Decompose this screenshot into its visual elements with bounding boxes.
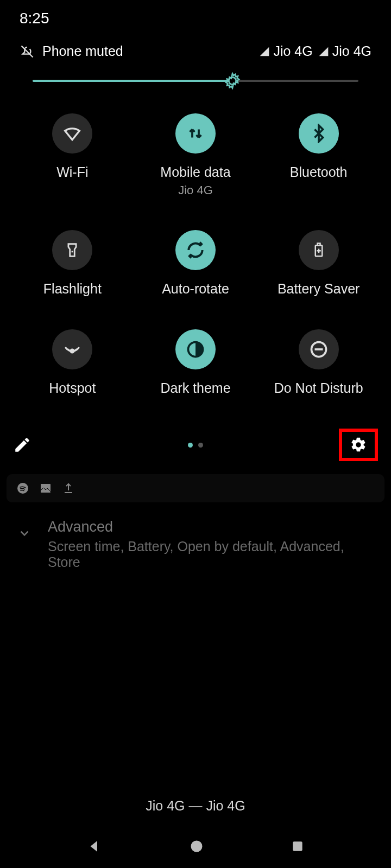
settings-button[interactable] <box>339 429 378 461</box>
nav-back[interactable] <box>86 838 103 854</box>
navigation-bar <box>0 825 391 868</box>
mobile-data-icon <box>175 113 216 154</box>
page-dot-1 <box>188 443 193 448</box>
brightness-slider[interactable] <box>0 65 391 97</box>
tile-bluetooth[interactable]: Bluetooth <box>257 113 380 197</box>
dark-theme-icon <box>175 329 216 369</box>
tile-battery-saver[interactable]: Battery Saver <box>257 230 380 297</box>
qs-header: Phone muted Jio 4G Jio 4G <box>0 27 391 65</box>
spotify-icon <box>16 482 29 495</box>
page-indicator <box>188 443 203 448</box>
qs-footer <box>0 401 391 472</box>
upload-icon <box>62 482 75 495</box>
header-right: Jio 4G Jio 4G <box>259 43 371 59</box>
tile-do-not-disturb[interactable]: Do Not Disturb <box>257 329 380 396</box>
signal-2: Jio 4G <box>318 43 371 59</box>
svg-rect-14 <box>293 841 302 851</box>
wifi-icon <box>52 113 92 154</box>
advanced-text: Advanced Screen time, Battery, Open by d… <box>48 519 374 570</box>
signal-1: Jio 4G <box>259 43 312 59</box>
edit-button[interactable] <box>13 436 31 454</box>
notification-icons-bar[interactable] <box>7 474 384 502</box>
tile-dark-theme[interactable]: Dark theme <box>134 329 257 396</box>
flashlight-icon <box>52 230 92 270</box>
nav-home[interactable] <box>189 839 204 854</box>
page-dot-2 <box>198 443 203 448</box>
gear-icon <box>350 436 367 454</box>
battery-saver-icon <box>299 230 339 270</box>
advanced-row[interactable]: Advanced Screen time, Battery, Open by d… <box>0 502 391 586</box>
brightness-fill <box>33 80 231 82</box>
carrier-label: Jio 4G — Jio 4G <box>0 798 391 814</box>
status-bar: 8:25 <box>0 0 391 27</box>
tile-auto-rotate[interactable]: Auto-rotate <box>134 230 257 297</box>
mute-icon <box>20 44 35 59</box>
dnd-icon <box>299 329 339 369</box>
auto-rotate-icon <box>175 230 216 270</box>
tile-flashlight[interactable]: Flashlight <box>11 230 134 297</box>
qs-tiles: Wi-Fi Mobile data Jio 4G Bluetooth Flash… <box>0 97 391 401</box>
svg-rect-4 <box>317 244 320 246</box>
clock: 8:25 <box>20 10 49 27</box>
muted-label: Phone muted <box>42 43 123 59</box>
bluetooth-icon <box>299 113 339 154</box>
tile-wifi[interactable]: Wi-Fi <box>11 113 134 197</box>
advanced-title: Advanced <box>48 519 374 535</box>
brightness-thumb-icon[interactable] <box>224 72 241 90</box>
tile-hotspot[interactable]: Hotspot <box>11 329 134 396</box>
svg-rect-12 <box>41 484 51 493</box>
header-left: Phone muted <box>20 43 123 59</box>
image-icon <box>39 482 52 495</box>
advanced-subtitle: Screen time, Battery, Open by default, A… <box>48 539 374 570</box>
chevron-down-icon <box>17 519 31 570</box>
tile-mobile-data[interactable]: Mobile data Jio 4G <box>134 113 257 197</box>
hotspot-icon <box>52 329 92 369</box>
nav-recent[interactable] <box>291 839 305 853</box>
svg-point-13 <box>191 841 202 852</box>
